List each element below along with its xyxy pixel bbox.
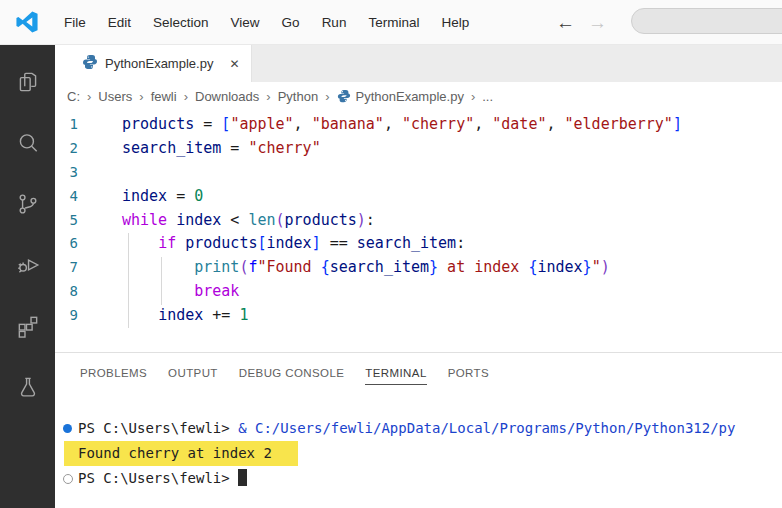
panel-tab-output[interactable]: OUTPUT [168, 367, 218, 385]
code-text: index = 0 [78, 185, 203, 209]
run-debug-icon[interactable] [0, 234, 55, 295]
code-text: search_item = "cherry" [78, 137, 321, 161]
chevron-right-icon: › [259, 89, 277, 104]
panel-tab-debug-console[interactable]: DEBUG CONSOLE [239, 367, 345, 385]
chevron-right-icon: › [80, 89, 98, 104]
breadcrumb: C:›Users›fewli›Downloads›Python› PythonE… [55, 82, 782, 110]
breadcrumb-item[interactable]: ... [482, 89, 493, 104]
terminal-line: PS C:\Users\fewli> [55, 466, 782, 491]
source-control-icon[interactable] [0, 173, 55, 234]
terminal-cursor [238, 469, 247, 486]
menu-view[interactable]: View [220, 10, 271, 35]
terminal[interactable]: PS C:\Users\fewli> & C:/Users/fewli/AppD… [55, 416, 782, 508]
code-text: index += 1 [78, 304, 248, 328]
terminal-line: Found cherry at index 2 [55, 441, 782, 466]
tab-label: PythonExample.py [105, 56, 213, 71]
command-search-box[interactable] [631, 8, 782, 34]
line-number: 1 [55, 113, 78, 137]
breadcrumb-item[interactable]: Users [98, 89, 132, 104]
code-line: 7 print(f"Found {search_item} at index {… [55, 256, 782, 280]
breadcrumb-label: Python [278, 89, 318, 104]
highlighted-output: Found cherry at index 2 [64, 441, 298, 466]
chevron-right-icon: › [464, 89, 482, 104]
back-arrow-icon[interactable]: ← [556, 12, 575, 34]
menu-help[interactable]: Help [430, 10, 480, 35]
command-decoration-hollow[interactable] [63, 474, 73, 484]
line-number: 8 [55, 280, 78, 304]
breadcrumb-item[interactable]: C: [67, 89, 80, 104]
bottom-panel: PROBLEMSOUTPUTDEBUG CONSOLETERMINALPORTS… [55, 352, 782, 508]
command-decoration-filled[interactable] [63, 424, 72, 433]
panel-tab-problems[interactable]: PROBLEMS [80, 367, 147, 385]
python-icon [337, 89, 351, 103]
breadcrumb-item[interactable]: Downloads [195, 89, 259, 104]
breadcrumb-item[interactable]: Python [278, 89, 318, 104]
editor-tab-strip: PythonExample.py ✕ [55, 45, 782, 82]
history-nav: ← → [556, 0, 607, 45]
chevron-right-icon: › [177, 89, 195, 104]
panel-tab-ports[interactable]: PORTS [448, 367, 489, 385]
breadcrumb-label: fewli [151, 89, 177, 104]
code-text [78, 161, 122, 185]
breadcrumb-label: Users [98, 89, 132, 104]
line-number: 9 [55, 304, 78, 328]
menu-selection[interactable]: Selection [142, 10, 220, 35]
code-line: 1products = ["apple", "banana", "cherry"… [55, 113, 782, 137]
code-text: break [78, 280, 239, 304]
line-number: 4 [55, 185, 78, 209]
line-number: 3 [55, 161, 78, 185]
search-icon[interactable] [0, 112, 55, 173]
forward-arrow-icon[interactable]: → [588, 12, 607, 34]
code-line: 4index = 0 [55, 185, 782, 209]
menu-terminal[interactable]: Terminal [357, 10, 430, 35]
menu-bar: FileEditSelectionViewGoRunTerminalHelp [53, 10, 480, 35]
panel-tab-terminal[interactable]: TERMINAL [365, 367, 426, 385]
vscode-logo-icon [15, 10, 39, 34]
line-number: 7 [55, 256, 78, 280]
title-bar: FileEditSelectionViewGoRunTerminalHelp ←… [0, 0, 782, 45]
breadcrumb-label: PythonExample.py [356, 89, 464, 104]
breadcrumb-label: Downloads [195, 89, 259, 104]
menu-file[interactable]: File [53, 10, 97, 35]
tab-pythonexample[interactable]: PythonExample.py ✕ [55, 45, 252, 82]
terminal-line: PS C:\Users\fewli> & C:/Users/fewli/AppD… [55, 416, 782, 441]
menu-edit[interactable]: Edit [97, 10, 142, 35]
code-text: print(f"Found {search_item} at index {in… [78, 256, 610, 280]
activity-bar [0, 45, 55, 508]
chevron-right-icon: › [132, 89, 150, 104]
code-line: 9 index += 1 [55, 304, 782, 328]
breadcrumb-item[interactable]: PythonExample.py [337, 89, 464, 104]
menu-go[interactable]: Go [271, 10, 311, 35]
testing-icon[interactable] [0, 356, 55, 417]
line-number: 2 [55, 137, 78, 161]
panel-tabs: PROBLEMSOUTPUTDEBUG CONSOLETERMINALPORTS [55, 353, 782, 385]
code-text: products = ["apple", "banana", "cherry",… [78, 113, 682, 137]
extensions-icon[interactable] [0, 295, 55, 356]
code-line: 3 [55, 161, 782, 185]
code-line: 2search_item = "cherry" [55, 137, 782, 161]
code-line: 5while index < len(products): [55, 209, 782, 233]
breadcrumb-item[interactable]: fewli [151, 89, 177, 104]
breadcrumb-label: ... [482, 89, 493, 104]
python-icon [82, 54, 98, 74]
explorer-icon[interactable] [0, 51, 55, 112]
code-text: if products[index] == search_item: [78, 232, 465, 256]
code-line: 6 if products[index] == search_item: [55, 232, 782, 256]
code-text: while index < len(products): [78, 209, 375, 233]
indent-guide [161, 257, 162, 305]
breadcrumb-label: C: [67, 89, 80, 104]
close-icon[interactable]: ✕ [229, 57, 239, 71]
code-line: 8 break [55, 280, 782, 304]
code-editor[interactable]: 1products = ["apple", "banana", "cherry"… [55, 110, 782, 352]
line-number: 6 [55, 232, 78, 256]
line-number: 5 [55, 209, 78, 233]
menu-run[interactable]: Run [311, 10, 358, 35]
chevron-right-icon: › [318, 89, 336, 104]
indent-guide [128, 233, 129, 328]
